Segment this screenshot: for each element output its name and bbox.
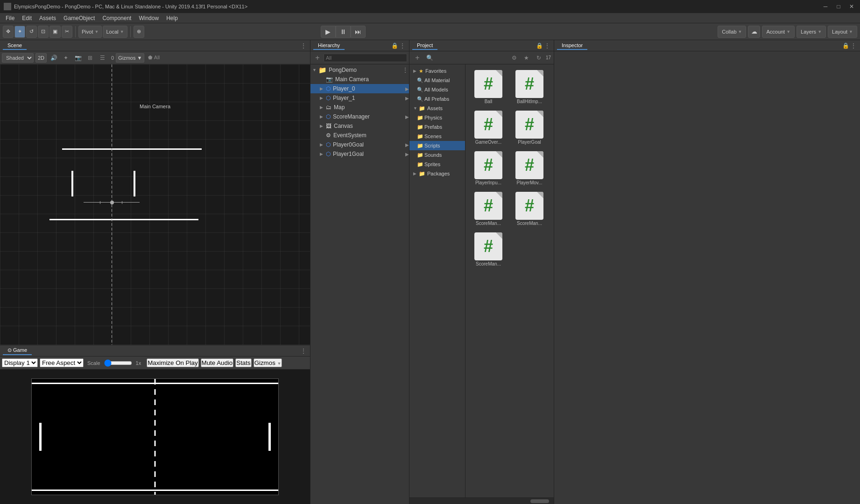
hierarchy-item-player0goal[interactable]: ▶ ⬡ Player0Goal ▶ [310, 140, 409, 149]
scene-grid-btn[interactable]: ⊞ [85, 53, 95, 63]
hierarchy-item-player0[interactable]: ▶ ⬡ Player_0 ▶ [310, 84, 409, 93]
tab-hierarchy[interactable]: Hierarchy [313, 42, 345, 50]
tab-project[interactable]: Project [412, 42, 437, 50]
hierarchy-item-pongdemo[interactable]: ▼ 📁 PongDemo ⋮ [310, 65, 409, 75]
close-button[interactable]: ✕ [847, 2, 856, 11]
tree-all-material[interactable]: 🔍 All Material [409, 76, 465, 85]
scene-camera-btn[interactable]: 📷 [73, 53, 83, 63]
layers-button[interactable]: Layers ▼ [797, 26, 826, 38]
transform-all-tool[interactable]: ✂ [62, 26, 72, 38]
toolbar: ✥ ✦ ↺ ⊡ ▣ ✂ Pivot ▼ Local ▼ ⊕ ▶ ⏸ ⏭ Coll… [0, 23, 860, 40]
rotate-tool[interactable]: ↺ [26, 26, 37, 38]
menu-file[interactable]: File [2, 14, 18, 22]
project-star-btn[interactable]: ★ [522, 53, 532, 63]
tree-favorites[interactable]: ▶ ★ Favorites [409, 66, 465, 76]
tree-sounds[interactable]: 📁 Sounds [409, 150, 465, 160]
hand-tool[interactable]: ✥ [3, 26, 14, 38]
script-scoreman1-name: ScoreMan... [476, 221, 501, 226]
mute-audio-btn[interactable]: Mute Audio [201, 358, 234, 367]
scene-audio-btn[interactable]: 🔊 [49, 53, 59, 63]
hierarchy-options[interactable]: ⋮ [399, 42, 406, 49]
menu-window[interactable]: Window [135, 14, 162, 22]
scene-canvas[interactable]: Main Camera [0, 64, 310, 345]
tab-scene[interactable]: Scene [3, 42, 27, 50]
project-lock[interactable]: 🔒 [535, 42, 543, 50]
pause-button[interactable]: ⏸ [336, 26, 351, 38]
menu-gameobject[interactable]: GameObject [60, 14, 99, 22]
hierarchy-item-map[interactable]: ▶ 🗂 Map [310, 103, 409, 112]
hierarchy-add-btn[interactable]: + [312, 53, 323, 63]
tree-all-prefabs[interactable]: 🔍 All Prefabs [409, 94, 465, 104]
game-panel-options[interactable]: ⋮ [300, 347, 307, 355]
hierarchy-item-scoremanager[interactable]: ▶ ⬡ ScoreManager ▶ [310, 112, 409, 121]
tree-assets[interactable]: ▼ 📁 Assets [409, 104, 465, 113]
project-scrollbar-thumb[interactable] [530, 499, 549, 503]
gizmos-dropdown[interactable]: Gizmos ▼ [116, 53, 144, 63]
project-refresh-btn[interactable]: ↻ [534, 53, 544, 63]
menu-assets[interactable]: Assets [35, 14, 60, 22]
scale-slider[interactable] [104, 360, 132, 366]
project-filter-btn[interactable]: ⚙ [509, 53, 520, 63]
shading-dropdown[interactable]: Shaded [2, 53, 34, 63]
project-search-btn[interactable]: 🔍 [424, 53, 508, 63]
custom-tool[interactable]: ⊕ [134, 26, 144, 38]
tree-scripts[interactable]: 📁 Scripts [409, 141, 465, 150]
tree-physics[interactable]: 📁 Physics [409, 113, 465, 122]
inspector-options[interactable]: ⋮ [850, 42, 857, 49]
rect-tool[interactable]: ▣ [49, 26, 61, 38]
game-gizmos-btn[interactable]: Gizmos ▼ [254, 358, 282, 367]
aspect-dropdown[interactable]: Free Aspect [40, 358, 84, 367]
scale-tool[interactable]: ⊡ [38, 26, 49, 38]
maximize-button[interactable]: □ [834, 2, 843, 11]
tree-packages[interactable]: ▶ 📁 Packages [409, 169, 465, 178]
tree-scenes[interactable]: 📁 Scenes [409, 132, 465, 141]
menu-component[interactable]: Component [99, 14, 135, 22]
local-button[interactable]: Local ▼ [103, 26, 127, 38]
script-scoreman3[interactable]: # ScoreMan... [469, 231, 508, 268]
stats-btn[interactable]: Stats [235, 358, 251, 367]
hierarchy-item-player1[interactable]: ▶ ⬡ Player_1 ▶ [310, 93, 409, 103]
eventsystem-label: EventSystem [333, 132, 367, 139]
tree-sprites[interactable]: 📁 Sprites [409, 160, 465, 169]
pivot-button[interactable]: Pivot ▼ [78, 26, 102, 38]
script-scoreman2[interactable]: # ScoreMan... [510, 190, 549, 228]
collab-button[interactable]: Collab ▼ [718, 26, 746, 38]
inspector-lock[interactable]: 🔒 [841, 42, 850, 50]
script-ball[interactable]: # Ball [469, 68, 508, 106]
pongdemo-menu[interactable]: ⋮ [402, 66, 409, 74]
script-ballhitimp[interactable]: # BallHitImp... [510, 68, 549, 106]
hierarchy-search[interactable] [324, 54, 407, 62]
display-dropdown[interactable]: Display 1 [2, 358, 38, 367]
script-playerinput[interactable]: # PlayerInpu... [469, 149, 508, 187]
tab-game[interactable]: ⊙ Game [3, 346, 32, 355]
hierarchy-lock[interactable]: 🔒 [390, 42, 399, 50]
cloud-button[interactable]: ☁ [748, 26, 760, 38]
script-scoreman1[interactable]: # ScoreMan... [469, 190, 508, 228]
2d-button[interactable]: 2D [35, 53, 47, 63]
move-tool[interactable]: ✦ [14, 26, 25, 38]
minimize-button[interactable]: ─ [821, 2, 830, 11]
scene-fx-btn[interactable]: ✦ [61, 53, 71, 63]
project-scrollbar[interactable] [409, 497, 554, 504]
tab-inspector[interactable]: Inspector [557, 42, 587, 50]
hierarchy-item-canvas[interactable]: ▶ 🖼 Canvas [310, 121, 409, 131]
menu-help[interactable]: Help [162, 14, 182, 22]
tree-all-models[interactable]: 🔍 All Models [409, 85, 465, 94]
account-button[interactable]: Account ▼ [762, 26, 795, 38]
script-playergoal[interactable]: # PlayerGoal [510, 109, 549, 147]
hierarchy-item-eventsystem[interactable]: ⚙ EventSystem [310, 131, 409, 140]
menu-edit[interactable]: Edit [18, 14, 35, 22]
hierarchy-item-player1goal[interactable]: ▶ ⬡ Player1Goal ▶ [310, 149, 409, 159]
project-add-btn[interactable]: + [412, 53, 423, 63]
script-gameover[interactable]: # GameOver... [469, 109, 508, 147]
step-button[interactable]: ⏭ [351, 26, 366, 38]
scene-panel-options[interactable]: ⋮ [300, 42, 307, 49]
script-playermov[interactable]: # PlayerMov... [510, 149, 549, 187]
play-button[interactable]: ▶ [321, 26, 336, 38]
layout-button[interactable]: Layout ▼ [828, 26, 857, 38]
maximize-on-play-btn[interactable]: Maximize On Play [147, 358, 198, 367]
tree-prefabs[interactable]: 📁 Prefabs [409, 122, 465, 132]
hierarchy-item-maincamera[interactable]: 📷 Main Camera [310, 75, 409, 84]
scene-layers-btn[interactable]: ☰ [97, 53, 107, 63]
project-options[interactable]: ⋮ [543, 42, 551, 49]
